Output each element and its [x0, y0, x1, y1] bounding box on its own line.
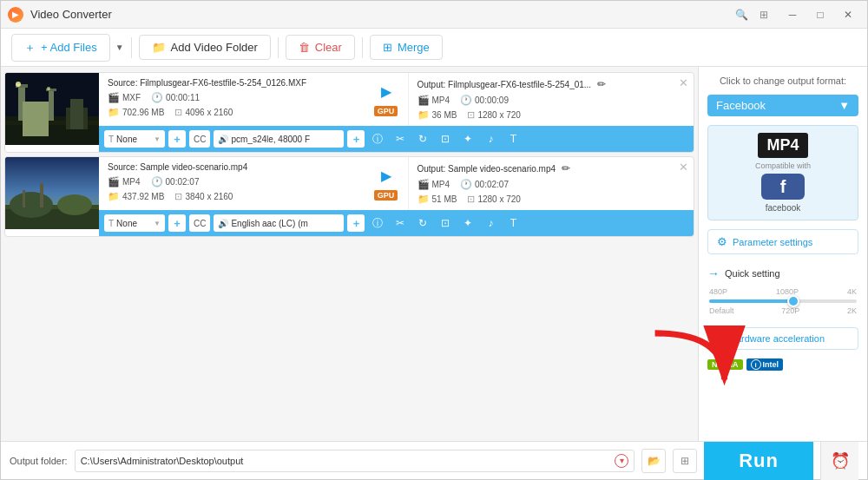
source-duration-2: 🕐 00:02:07 [151, 176, 200, 187]
output-size-1: 📁 36 MB [418, 109, 457, 121]
svg-rect-10 [70, 99, 83, 129]
add-audio-2[interactable]: + [347, 214, 365, 232]
out-clock-icon-2: 🕐 [460, 179, 472, 190]
edit-icon-2[interactable]: ✏ [562, 162, 570, 174]
out-res-icon-2: ⊡ [467, 194, 475, 205]
folder-icon: 📁 [152, 41, 166, 54]
gpu-badge-2: GPU [374, 190, 398, 201]
format-dropdown[interactable]: Facebook ▼ [707, 95, 858, 116]
info-icon-1[interactable]: ⓘ [368, 130, 387, 148]
quality-slider-thumb[interactable] [787, 295, 799, 307]
clear-button[interactable]: 🗑 Clear [286, 35, 355, 60]
gpu-area-1: ▶ GPU [365, 73, 408, 126]
audio-select-1[interactable]: 🔊 pcm_s24le, 48000 F [214, 130, 344, 148]
minimize-button[interactable]: ─ [780, 6, 805, 23]
right-panel: Click to change output format: Facebook … [698, 67, 867, 441]
quality-sub-labels: Default 720P 2K [707, 306, 858, 315]
hardware-acceleration-button[interactable]: ⊞ Hardware acceleration [707, 327, 858, 350]
source-label-1: Source: Filmplusgear-FX6-testfile-5-254_… [108, 78, 356, 88]
audio-edit-icon-2[interactable]: ♪ [481, 214, 500, 232]
output-meta-1: 🎬 MP4 🕐 00:00:09 [418, 95, 666, 106]
maximize-button[interactable]: □ [808, 6, 832, 23]
close-file-2[interactable]: ✕ [674, 157, 694, 210]
output-label-2: Output: Sample video-scenario.mp4 ✏ [418, 162, 666, 174]
table-row: Source: Filmplusgear-FX6-testfile-5-254_… [4, 72, 694, 153]
out-res-icon-1: ⊡ [467, 109, 475, 121]
thumb-image-2 [5, 157, 99, 229]
out-format-icon-2: 🎬 [418, 179, 430, 190]
thumb-image-1 [5, 73, 99, 145]
quality-slider[interactable] [709, 299, 857, 303]
merge-icon: ⊞ [383, 41, 392, 54]
cut-icon-1[interactable]: ✂ [391, 130, 410, 148]
folder-icon-s2: 📁 [108, 191, 120, 202]
source-duration-1: 🕐 00:00:11 [151, 92, 200, 103]
main-content: Source: Filmplusgear-FX6-testfile-5-254_… [1, 67, 867, 441]
intel-circle-icon: i [751, 359, 761, 370]
rotate-icon-2[interactable]: ↻ [413, 214, 432, 232]
add-subtitle-2[interactable]: + [168, 214, 186, 232]
crop-icon-1[interactable]: ⊡ [436, 130, 455, 148]
merge-button[interactable]: ⊞ Merge [370, 35, 443, 60]
out-format-icon-1: 🎬 [418, 95, 430, 106]
quality-labels: 480P 1080P 4K [707, 287, 858, 296]
preview-button[interactable]: ⊞ [673, 449, 697, 473]
divider3 [362, 37, 363, 58]
format-badge: MP4 [758, 133, 807, 158]
search-icon[interactable]: 🔍 [732, 5, 751, 24]
clock-icon-1: 🕐 [151, 92, 163, 103]
add-folder-button[interactable]: 📁 Add Video Folder [139, 35, 271, 60]
effect-icon-2[interactable]: ✦ [458, 214, 477, 232]
info-icon-2[interactable]: ⓘ [368, 214, 387, 232]
intel-badge[interactable]: i Intel [746, 358, 784, 371]
output-format-1: 🎬 MP4 [418, 95, 450, 106]
thumbnail-2 [5, 157, 99, 236]
output-format-label: Click to change output format: [707, 76, 858, 86]
subtitle-edit-icon-2[interactable]: T [503, 214, 523, 232]
effect-icon-1[interactable]: ✦ [458, 130, 477, 148]
add-files-dropdown[interactable]: ▼ [115, 43, 124, 52]
hw-badges: NVIDIA i Intel [707, 358, 858, 371]
cut-icon-2[interactable]: ✂ [391, 214, 410, 232]
output-panel-2: Output: Sample video-scenario.mp4 ✏ 🎬 MP… [408, 157, 674, 210]
titlebar-icon2[interactable]: ⊞ [754, 5, 773, 24]
arrow-right-1: ▶ [381, 83, 391, 100]
subtitle-select-2[interactable]: T None ▼ [104, 214, 165, 232]
path-dropdown-button[interactable]: ▾ [615, 454, 628, 468]
source-meta-1: 🎬 MXF 🕐 00:00:11 [108, 92, 356, 103]
output-duration-2: 🕐 00:02:07 [460, 179, 509, 190]
output-res-2: ⊡ 1280 x 720 [467, 194, 521, 205]
browse-folder-button[interactable]: 📂 [641, 449, 666, 473]
run-button[interactable]: Run [704, 442, 813, 480]
format-icon-1: 🎬 [108, 92, 120, 103]
add-files-button[interactable]: ＋ + Add Files [11, 34, 110, 62]
source-meta2-1: 📁 702.96 MB ⊡ 4096 x 2160 [108, 107, 356, 118]
subtitle-icon-1[interactable]: T [503, 130, 523, 148]
edit-icon-1[interactable]: ✏ [597, 78, 606, 90]
titlebar: ▶ Video Converter 🔍 ⊞ ─ □ ✕ [1, 1, 867, 29]
cc-button-1[interactable]: CC [189, 130, 210, 148]
divider2 [278, 37, 279, 58]
divider1 [131, 37, 132, 58]
cc-button-2[interactable]: CC [189, 214, 210, 232]
clear-icon: 🗑 [299, 41, 310, 54]
format-compat: Compatible with [755, 161, 811, 170]
close-button[interactable]: ✕ [836, 6, 860, 23]
output-format-2: 🎬 MP4 [418, 179, 450, 190]
crop-icon-2[interactable]: ⊡ [436, 214, 455, 232]
alarm-button[interactable]: ⏰ [820, 442, 858, 480]
output-size-2: 📁 51 MB [418, 194, 457, 205]
add-audio-1[interactable]: + [347, 130, 365, 148]
add-subtitle-1[interactable]: + [168, 130, 186, 148]
svg-rect-17 [23, 190, 25, 207]
audio-select-2[interactable]: 🔊 English aac (LC) (m [214, 214, 344, 232]
main-toolbar: ＋ + Add Files ▼ 📁 Add Video Folder 🗑 Cle… [1, 29, 867, 67]
parameter-settings-button[interactable]: ⚙ Parameter settings [707, 229, 858, 254]
quick-arrow-icon: → [707, 266, 720, 280]
svg-rect-16 [40, 183, 43, 207]
audio-icon-1[interactable]: ♪ [481, 130, 500, 148]
nvidia-badge[interactable]: NVIDIA [707, 359, 743, 370]
subtitle-select-1[interactable]: T None ▼ [104, 130, 165, 148]
close-file-1[interactable]: ✕ [674, 73, 694, 126]
rotate-icon-1[interactable]: ↻ [413, 130, 432, 148]
